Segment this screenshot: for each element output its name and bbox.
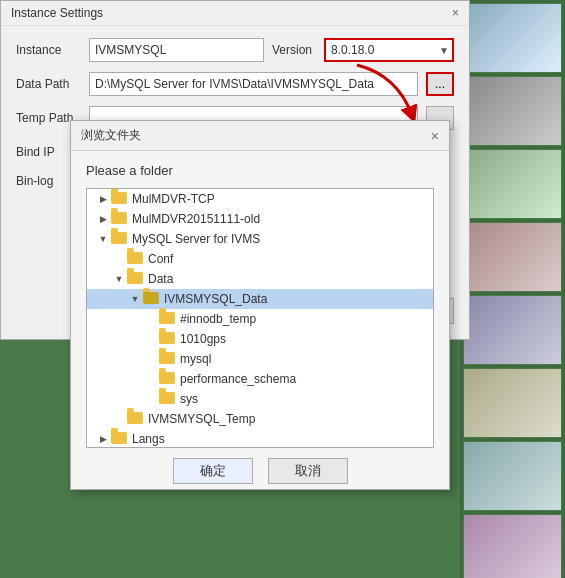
thumbnail-5[interactable] xyxy=(463,295,562,365)
file-browser-dialog: 浏览文件夹 × Please a folder ▶ MulMDVR-TCP ▶ … xyxy=(70,120,450,490)
tree-toggle-ivmsmysql-temp[interactable] xyxy=(111,411,127,427)
tree-label-data: Data xyxy=(148,272,173,286)
dialog-cancel-button[interactable]: 取消 xyxy=(268,458,348,484)
folder-icon-mulmdvr-old xyxy=(111,212,129,226)
dialog-body: Please a folder ▶ MulMDVR-TCP ▶ MulMDVR2… xyxy=(71,151,449,496)
tree-item-perf-schema[interactable]: performance_schema xyxy=(87,369,433,389)
datapath-browse-button[interactable]: ... xyxy=(426,72,454,96)
datapath-label: Data Path xyxy=(16,77,81,91)
tree-toggle-1010gps[interactable] xyxy=(143,331,159,347)
folder-icon-mysql-ivms xyxy=(111,232,129,246)
tree-label-mysql-ivms: MySQL Server for IVMS xyxy=(132,232,260,246)
folder-icon-ivmsmysql-temp xyxy=(127,412,145,426)
tree-item-mysql[interactable]: mysql xyxy=(87,349,433,369)
dialog-instruction: Please a folder xyxy=(86,163,434,178)
tree-item-langs[interactable]: ▶ Langs xyxy=(87,429,433,448)
folder-icon-conf xyxy=(127,252,145,266)
instance-input[interactable] xyxy=(89,38,264,62)
tree-toggle-data[interactable]: ▼ xyxy=(111,271,127,287)
tree-item-1010gps[interactable]: 1010gps xyxy=(87,329,433,349)
version-select[interactable]: 8.0.18.0 xyxy=(324,38,454,62)
tree-label-ivmsmysql-temp: IVMSMYSQL_Temp xyxy=(148,412,255,426)
tree-item-mulmdvr-old[interactable]: ▶ MulMDVR20151111-old xyxy=(87,209,433,229)
tree-label-conf: Conf xyxy=(148,252,173,266)
window-close-icon[interactable]: × xyxy=(452,6,459,20)
tree-item-ivmsmysql-temp[interactable]: IVMSMYSQL_Temp xyxy=(87,409,433,429)
tree-label-perf-schema: performance_schema xyxy=(180,372,296,386)
tree-toggle-mysql-ivms[interactable]: ▼ xyxy=(95,231,111,247)
tree-toggle-langs[interactable]: ▶ xyxy=(95,431,111,447)
folder-icon-perf-schema xyxy=(159,372,177,386)
tree-toggle-innodb-temp[interactable] xyxy=(143,311,159,327)
tree-label-ivmsmysql-data: IVMSMYSQL_Data xyxy=(164,292,267,306)
tree-label-mulmdvr-old: MulMDVR20151111-old xyxy=(132,212,260,226)
folder-icon-mulmdvr-tcp xyxy=(111,192,129,206)
tree-item-ivmsmysql-data[interactable]: ▼ IVMSMYSQL_Data xyxy=(87,289,433,309)
tree-label-sys: sys xyxy=(180,392,198,406)
folder-icon-data xyxy=(127,272,145,286)
datapath-row: Data Path ... xyxy=(16,72,454,96)
window-title: Instance Settings xyxy=(11,6,103,20)
folder-icon-innodb-temp xyxy=(159,312,177,326)
tree-toggle-mysql[interactable] xyxy=(143,351,159,367)
tree-item-conf[interactable]: Conf xyxy=(87,249,433,269)
thumbnail-2[interactable] xyxy=(463,76,562,146)
thumbnail-8[interactable] xyxy=(463,514,562,578)
tree-toggle-mulmdvr-old[interactable]: ▶ xyxy=(95,211,111,227)
tree-label-mysql: mysql xyxy=(180,352,211,366)
dialog-confirm-button[interactable]: 确定 xyxy=(173,458,253,484)
dialog-close-button[interactable]: × xyxy=(431,129,439,143)
folder-icon-sys xyxy=(159,392,177,406)
tree-item-data[interactable]: ▼ Data xyxy=(87,269,433,289)
folder-icon-mysql xyxy=(159,352,177,366)
window-titlebar: Instance Settings × xyxy=(1,1,469,26)
tree-toggle-sys[interactable] xyxy=(143,391,159,407)
thumbnail-1[interactable] xyxy=(463,3,562,73)
folder-icon-ivmsmysql-data xyxy=(143,292,161,306)
tree-toggle-mulmdvr-tcp[interactable]: ▶ xyxy=(95,191,111,207)
folder-icon-1010gps xyxy=(159,332,177,346)
folder-icon-langs xyxy=(111,432,129,446)
tree-item-innodb-temp[interactable]: #innodb_temp xyxy=(87,309,433,329)
dialog-titlebar: 浏览文件夹 × xyxy=(71,121,449,151)
tree-label-1010gps: 1010gps xyxy=(180,332,226,346)
tree-item-mulmdvr-tcp[interactable]: ▶ MulMDVR-TCP xyxy=(87,189,433,209)
thumbnail-7[interactable] xyxy=(463,441,562,511)
tree-toggle-ivmsmysql-data[interactable]: ▼ xyxy=(127,291,143,307)
thumbnail-panel xyxy=(460,0,565,578)
instance-label: Instance xyxy=(16,43,81,57)
tree-toggle-conf[interactable] xyxy=(111,251,127,267)
tree-item-mysql-ivms[interactable]: ▼ MySQL Server for IVMS xyxy=(87,229,433,249)
tree-toggle-perf-schema[interactable] xyxy=(143,371,159,387)
folder-tree[interactable]: ▶ MulMDVR-TCP ▶ MulMDVR20151111-old ▼ xyxy=(86,188,434,448)
tree-item-sys[interactable]: sys xyxy=(87,389,433,409)
tree-label-langs: Langs xyxy=(132,432,165,446)
dialog-title-text: 浏览文件夹 xyxy=(81,127,141,144)
datapath-input[interactable] xyxy=(89,72,418,96)
thumbnail-4[interactable] xyxy=(463,222,562,292)
instance-version-row: Instance Version 8.0.18.0 ▼ xyxy=(16,38,454,62)
version-wrapper: 8.0.18.0 ▼ xyxy=(324,38,454,62)
tree-label-innodb-temp: #innodb_temp xyxy=(180,312,256,326)
thumbnail-3[interactable] xyxy=(463,149,562,219)
dialog-button-row: 确定 取消 xyxy=(86,458,434,484)
version-label: Version xyxy=(272,43,312,57)
thumbnail-6[interactable] xyxy=(463,368,562,438)
tree-label-mulmdvr-tcp: MulMDVR-TCP xyxy=(132,192,215,206)
